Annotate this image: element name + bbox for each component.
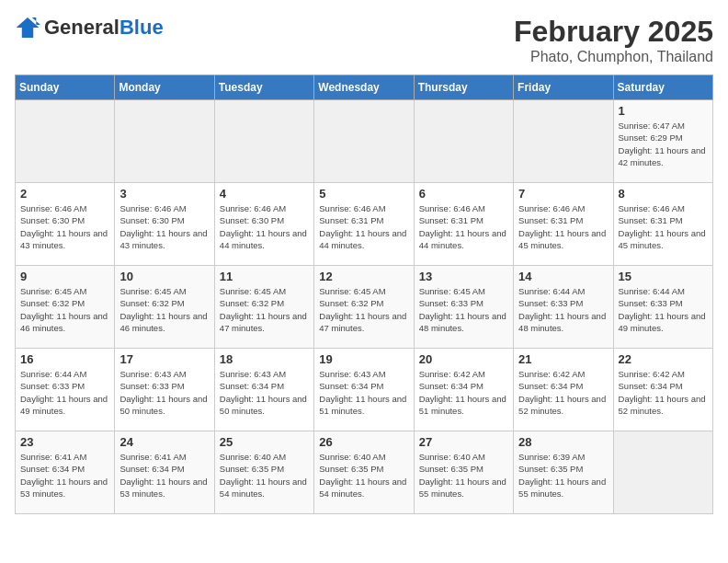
calendar-cell: 9Sunrise: 6:45 AM Sunset: 6:32 PM Daylig… <box>16 266 115 349</box>
day-number: 19 <box>319 352 408 366</box>
day-number: 7 <box>518 187 608 201</box>
calendar-cell <box>115 100 214 183</box>
header-saturday: Saturday <box>613 75 712 100</box>
day-number: 1 <box>619 104 708 118</box>
day-number: 21 <box>518 352 608 366</box>
day-number: 14 <box>518 270 608 283</box>
calendar-cell: 8Sunrise: 6:46 AM Sunset: 6:31 PM Daylig… <box>613 183 712 266</box>
day-number: 26 <box>319 435 408 449</box>
day-info: Sunrise: 6:46 AM Sunset: 6:31 PM Dayligh… <box>619 202 708 251</box>
day-info: Sunrise: 6:45 AM Sunset: 6:32 PM Dayligh… <box>220 285 309 334</box>
day-info: Sunrise: 6:40 AM Sunset: 6:35 PM Dayligh… <box>319 451 408 500</box>
day-number: 20 <box>419 352 508 366</box>
calendar-cell <box>414 100 513 183</box>
header-sunday: Sunday <box>16 75 115 100</box>
calendar-cell: 6Sunrise: 6:46 AM Sunset: 6:31 PM Daylig… <box>414 183 513 266</box>
calendar-cell <box>314 100 414 183</box>
calendar-cell <box>214 100 313 183</box>
day-number: 3 <box>119 187 209 201</box>
day-info: Sunrise: 6:43 AM Sunset: 6:34 PM Dayligh… <box>319 368 408 417</box>
day-info: Sunrise: 6:44 AM Sunset: 6:33 PM Dayligh… <box>20 368 109 417</box>
day-number: 12 <box>319 270 408 283</box>
day-info: Sunrise: 6:43 AM Sunset: 6:34 PM Dayligh… <box>220 368 309 417</box>
calendar-cell: 11Sunrise: 6:45 AM Sunset: 6:32 PM Dayli… <box>214 266 313 349</box>
calendar-cell: 4Sunrise: 6:46 AM Sunset: 6:30 PM Daylig… <box>214 183 313 266</box>
day-info: Sunrise: 6:46 AM Sunset: 6:31 PM Dayligh… <box>518 202 608 251</box>
day-number: 8 <box>619 187 708 201</box>
calendar-cell: 3Sunrise: 6:46 AM Sunset: 6:30 PM Daylig… <box>115 183 214 266</box>
calendar-cell: 17Sunrise: 6:43 AM Sunset: 6:33 PM Dayli… <box>115 349 214 431</box>
location-subtitle: Phato, Chumphon, Thailand <box>514 49 713 65</box>
calendar-cell: 5Sunrise: 6:46 AM Sunset: 6:31 PM Daylig… <box>314 183 414 266</box>
calendar-cell: 25Sunrise: 6:40 AM Sunset: 6:35 PM Dayli… <box>214 431 313 514</box>
day-number: 5 <box>319 187 408 201</box>
day-number: 27 <box>419 435 508 449</box>
calendar-cell: 21Sunrise: 6:42 AM Sunset: 6:34 PM Dayli… <box>514 349 613 431</box>
day-number: 23 <box>20 435 109 449</box>
week-row-1: 1Sunrise: 6:47 AM Sunset: 6:29 PM Daylig… <box>16 100 713 183</box>
page-header: GeneralBlue February 2025 Phato, Chumpho… <box>15 15 713 65</box>
day-info: Sunrise: 6:45 AM Sunset: 6:32 PM Dayligh… <box>319 285 408 334</box>
day-info: Sunrise: 6:40 AM Sunset: 6:35 PM Dayligh… <box>220 451 309 500</box>
header-thursday: Thursday <box>414 75 513 100</box>
title-block: February 2025 Phato, Chumphon, Thailand <box>514 15 713 65</box>
calendar-cell <box>16 100 115 183</box>
day-number: 6 <box>419 187 508 201</box>
calendar-cell: 28Sunrise: 6:39 AM Sunset: 6:35 PM Dayli… <box>514 431 613 514</box>
calendar-cell: 13Sunrise: 6:45 AM Sunset: 6:33 PM Dayli… <box>414 266 513 349</box>
day-number: 17 <box>119 352 209 366</box>
logo: GeneralBlue <box>15 15 164 40</box>
day-info: Sunrise: 6:45 AM Sunset: 6:32 PM Dayligh… <box>119 285 209 334</box>
calendar-cell: 22Sunrise: 6:42 AM Sunset: 6:34 PM Dayli… <box>613 349 712 431</box>
day-number: 4 <box>220 187 309 201</box>
header-monday: Monday <box>115 75 214 100</box>
day-number: 15 <box>619 270 708 283</box>
week-row-2: 2Sunrise: 6:46 AM Sunset: 6:30 PM Daylig… <box>16 183 713 266</box>
calendar-header-row: SundayMondayTuesdayWednesdayThursdayFrid… <box>16 75 713 100</box>
calendar-cell: 20Sunrise: 6:42 AM Sunset: 6:34 PM Dayli… <box>414 349 513 431</box>
calendar-cell: 2Sunrise: 6:46 AM Sunset: 6:30 PM Daylig… <box>16 183 115 266</box>
day-number: 11 <box>220 270 309 283</box>
day-number: 10 <box>119 270 209 283</box>
calendar-cell: 23Sunrise: 6:41 AM Sunset: 6:34 PM Dayli… <box>16 431 115 514</box>
day-info: Sunrise: 6:44 AM Sunset: 6:33 PM Dayligh… <box>619 285 708 334</box>
week-row-5: 23Sunrise: 6:41 AM Sunset: 6:34 PM Dayli… <box>16 431 713 514</box>
day-number: 9 <box>20 270 109 283</box>
calendar-cell: 12Sunrise: 6:45 AM Sunset: 6:32 PM Dayli… <box>314 266 414 349</box>
day-info: Sunrise: 6:42 AM Sunset: 6:34 PM Dayligh… <box>518 368 608 417</box>
header-friday: Friday <box>514 75 613 100</box>
calendar-cell <box>514 100 613 183</box>
calendar-cell: 26Sunrise: 6:40 AM Sunset: 6:35 PM Dayli… <box>314 431 414 514</box>
calendar-cell: 24Sunrise: 6:41 AM Sunset: 6:34 PM Dayli… <box>115 431 214 514</box>
logo-blue-text: Blue <box>119 17 164 38</box>
calendar-cell: 19Sunrise: 6:43 AM Sunset: 6:34 PM Dayli… <box>314 349 414 431</box>
day-info: Sunrise: 6:47 AM Sunset: 6:29 PM Dayligh… <box>619 120 708 168</box>
month-year-title: February 2025 <box>514 15 713 49</box>
day-info: Sunrise: 6:42 AM Sunset: 6:34 PM Dayligh… <box>419 368 508 417</box>
calendar-cell: 10Sunrise: 6:45 AM Sunset: 6:32 PM Dayli… <box>115 266 214 349</box>
day-number: 16 <box>20 352 109 366</box>
day-info: Sunrise: 6:45 AM Sunset: 6:32 PM Dayligh… <box>20 285 109 334</box>
header-tuesday: Tuesday <box>214 75 313 100</box>
calendar-cell: 27Sunrise: 6:40 AM Sunset: 6:35 PM Dayli… <box>414 431 513 514</box>
day-number: 13 <box>419 270 508 283</box>
day-info: Sunrise: 6:46 AM Sunset: 6:30 PM Dayligh… <box>20 202 109 251</box>
day-info: Sunrise: 6:40 AM Sunset: 6:35 PM Dayligh… <box>419 451 508 500</box>
day-info: Sunrise: 6:41 AM Sunset: 6:34 PM Dayligh… <box>20 451 109 500</box>
day-info: Sunrise: 6:44 AM Sunset: 6:33 PM Dayligh… <box>518 285 608 334</box>
day-number: 22 <box>619 352 708 366</box>
week-row-4: 16Sunrise: 6:44 AM Sunset: 6:33 PM Dayli… <box>16 349 713 431</box>
day-info: Sunrise: 6:45 AM Sunset: 6:33 PM Dayligh… <box>419 285 508 334</box>
logo-icon <box>15 15 40 40</box>
header-wednesday: Wednesday <box>314 75 414 100</box>
calendar-cell: 15Sunrise: 6:44 AM Sunset: 6:33 PM Dayli… <box>613 266 712 349</box>
day-number: 2 <box>20 187 109 201</box>
day-info: Sunrise: 6:41 AM Sunset: 6:34 PM Dayligh… <box>119 451 209 500</box>
day-info: Sunrise: 6:42 AM Sunset: 6:34 PM Dayligh… <box>619 368 708 417</box>
day-info: Sunrise: 6:39 AM Sunset: 6:35 PM Dayligh… <box>518 451 608 500</box>
calendar-cell: 1Sunrise: 6:47 AM Sunset: 6:29 PM Daylig… <box>613 100 712 183</box>
day-info: Sunrise: 6:46 AM Sunset: 6:31 PM Dayligh… <box>319 202 408 251</box>
calendar-table: SundayMondayTuesdayWednesdayThursdayFrid… <box>15 75 713 514</box>
day-info: Sunrise: 6:46 AM Sunset: 6:31 PM Dayligh… <box>419 202 508 251</box>
day-number: 18 <box>220 352 309 366</box>
